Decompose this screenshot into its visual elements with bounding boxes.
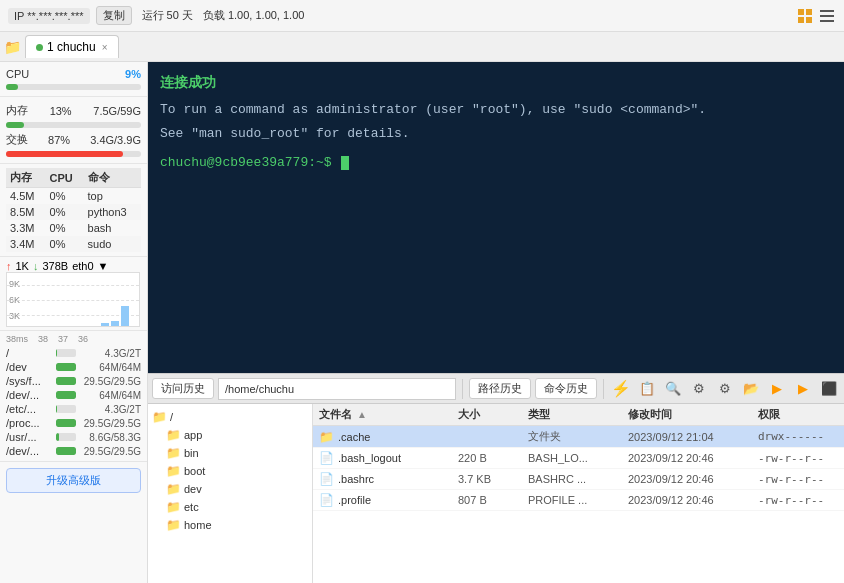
file-date: 2023/09/12 20:46 bbox=[628, 473, 758, 485]
tree-root[interactable]: 📁 / bbox=[152, 408, 308, 426]
file-list-row[interactable]: 📁.cache 文件夹 2023/09/12 21:04 drwx------ bbox=[313, 426, 844, 448]
proc-mem: 3.4M bbox=[6, 236, 46, 252]
file-name: .bashrc bbox=[338, 473, 374, 485]
upgrade-button[interactable]: 升级高级版 bbox=[6, 468, 141, 493]
header-date[interactable]: 修改时间 bbox=[628, 407, 758, 422]
copy-button[interactable]: 复制 bbox=[96, 6, 132, 25]
file-name-cell: 📄.bash_logout bbox=[319, 451, 458, 465]
file-date: 2023/09/12 20:46 bbox=[628, 452, 758, 464]
disk-row: /dev/... 29.5G/29.5G bbox=[6, 444, 141, 458]
process-row[interactable]: 8.5M0%python3 bbox=[6, 204, 141, 220]
proc-cpu: 0% bbox=[46, 188, 84, 205]
right-panel: 连接成功 To run a command as administrator (… bbox=[148, 62, 844, 583]
disk-name: /etc/... bbox=[6, 403, 56, 415]
tree-item[interactable]: 📁app bbox=[166, 426, 308, 444]
svg-rect-0 bbox=[798, 9, 804, 15]
net-grid-line-2 bbox=[7, 300, 139, 301]
proc-cpu: 0% bbox=[46, 236, 84, 252]
terminal-cursor bbox=[341, 156, 349, 170]
terminal-success: 连接成功 bbox=[160, 74, 832, 92]
file-perm: -rw-r--r-- bbox=[758, 494, 838, 507]
play-icon[interactable]: ▶ bbox=[766, 378, 788, 400]
network-graph: 9K 6K 3K bbox=[6, 272, 140, 327]
disk-bar-fill bbox=[56, 433, 59, 441]
disk-value: 64M/64M bbox=[76, 362, 141, 373]
svg-rect-1 bbox=[806, 9, 812, 15]
tree-folder-icon: 📁 bbox=[166, 464, 181, 478]
tree-item[interactable]: 📁home bbox=[166, 516, 308, 534]
swap-progress-fill bbox=[6, 151, 123, 157]
cpu-value: 9% bbox=[125, 68, 141, 80]
disk-bar-fill bbox=[56, 391, 76, 399]
disk-name: /dev/... bbox=[6, 445, 56, 457]
header-type[interactable]: 类型 bbox=[528, 407, 628, 422]
run-days: 运行 50 天 bbox=[142, 8, 193, 23]
cpu-progress-bar bbox=[6, 84, 141, 90]
disk-value: 29.5G/29.5G bbox=[76, 418, 141, 429]
swap-label: 交换 bbox=[6, 132, 28, 147]
process-row[interactable]: 4.5M0%top bbox=[6, 188, 141, 205]
top-bar-icons bbox=[796, 7, 836, 25]
disk-row: /dev 64M/64M bbox=[6, 360, 141, 374]
disk-value: 29.5G/29.5G bbox=[76, 376, 141, 387]
file-type: BASHRC ... bbox=[528, 473, 628, 485]
tree-item[interactable]: 📁etc bbox=[166, 498, 308, 516]
path-history-button[interactable]: 路径历史 bbox=[469, 378, 531, 399]
path-input[interactable] bbox=[218, 378, 456, 400]
folder-open-icon[interactable]: 📂 bbox=[740, 378, 762, 400]
proc-header-mem: 内存 bbox=[6, 168, 46, 188]
network-section: ↑ 1K ↓ 378B eth0 ▼ 9K 6K 3K bbox=[0, 257, 147, 331]
disk-row: /dev/... 64M/64M bbox=[6, 388, 141, 402]
cmd-history-button[interactable]: 命令历史 bbox=[535, 378, 597, 399]
process-row[interactable]: 3.3M0%bash bbox=[6, 220, 141, 236]
grid-view-icon[interactable] bbox=[796, 7, 814, 25]
top-bar: IP **.***.***.*** 复制 运行 50 天 负载 1.00, 1.… bbox=[0, 0, 844, 32]
stop-icon[interactable]: ⬛ bbox=[818, 378, 840, 400]
tree-item[interactable]: 📁bin bbox=[166, 444, 308, 462]
file-perm: -rw-r--r-- bbox=[758, 452, 838, 465]
gear2-icon[interactable]: ⚙ bbox=[714, 378, 736, 400]
process-table: 内存 CPU 命令 4.5M0%top8.5M0%python33.3M0%ba… bbox=[6, 168, 141, 252]
tree-item[interactable]: 📁dev bbox=[166, 480, 308, 498]
tree-item[interactable]: 📁boot bbox=[166, 462, 308, 480]
list-view-icon[interactable] bbox=[818, 7, 836, 25]
disk-bar-fill bbox=[56, 377, 76, 385]
file-list-row[interactable]: 📄.profile 807 B PROFILE ... 2023/09/12 2… bbox=[313, 490, 844, 511]
file-size: 3.7 KB bbox=[458, 473, 528, 485]
play2-icon[interactable]: ▶ bbox=[792, 378, 814, 400]
tab-status-dot bbox=[36, 44, 43, 51]
swap-value: 3.4G/3.9G bbox=[90, 134, 141, 146]
search-icon[interactable]: 🔍 bbox=[662, 378, 684, 400]
disk-name: / bbox=[6, 347, 56, 359]
net-down-arrow: ↓ bbox=[33, 260, 39, 272]
cpu-progress-fill bbox=[6, 84, 18, 90]
disk-section: 38ms383736 / 4.3G/2T /dev 64M/64M /sys/f… bbox=[0, 331, 147, 462]
disk-value: 4.3G/2T bbox=[76, 348, 141, 359]
tab-close-button[interactable]: × bbox=[102, 42, 108, 53]
disk-bar-bg bbox=[56, 349, 76, 357]
disk-name: /dev bbox=[6, 361, 56, 373]
clipboard-icon[interactable]: 📋 bbox=[636, 378, 658, 400]
tab-chuchu[interactable]: 1 chuchu × bbox=[25, 35, 119, 58]
process-row[interactable]: 3.4M0%sudo bbox=[6, 236, 141, 252]
disk-bar-fill bbox=[56, 419, 76, 427]
file-list-row[interactable]: 📄.bash_logout 220 B BASH_LO... 2023/09/1… bbox=[313, 448, 844, 469]
access-history-button[interactable]: 访问历史 bbox=[152, 378, 214, 399]
disk-name: /dev/... bbox=[6, 389, 56, 401]
swap-progress-bar bbox=[6, 151, 141, 157]
header-filename[interactable]: 文件名 ▲ bbox=[319, 407, 458, 422]
net-down-value: 378B bbox=[42, 260, 68, 272]
file-icon: 📄 bbox=[319, 451, 334, 465]
terminal[interactable]: 连接成功 To run a command as administrator (… bbox=[148, 62, 844, 373]
file-size: 807 B bbox=[458, 494, 528, 506]
lightning-icon[interactable]: ⚡ bbox=[610, 378, 632, 400]
net-up-value: 1K bbox=[16, 260, 29, 272]
terminal-prompt: chuchu@9cb9ee39a779:~$ bbox=[160, 155, 832, 170]
header-perm[interactable]: 权限 bbox=[758, 407, 838, 422]
tree-item-label: bin bbox=[184, 447, 199, 459]
net-up-arrow: ↑ bbox=[6, 260, 12, 272]
file-list-row[interactable]: 📄.bashrc 3.7 KB BASHRC ... 2023/09/12 20… bbox=[313, 469, 844, 490]
header-size[interactable]: 大小 bbox=[458, 407, 528, 422]
gear-icon[interactable]: ⚙ bbox=[688, 378, 710, 400]
file-name-cell: 📁.cache bbox=[319, 430, 458, 444]
